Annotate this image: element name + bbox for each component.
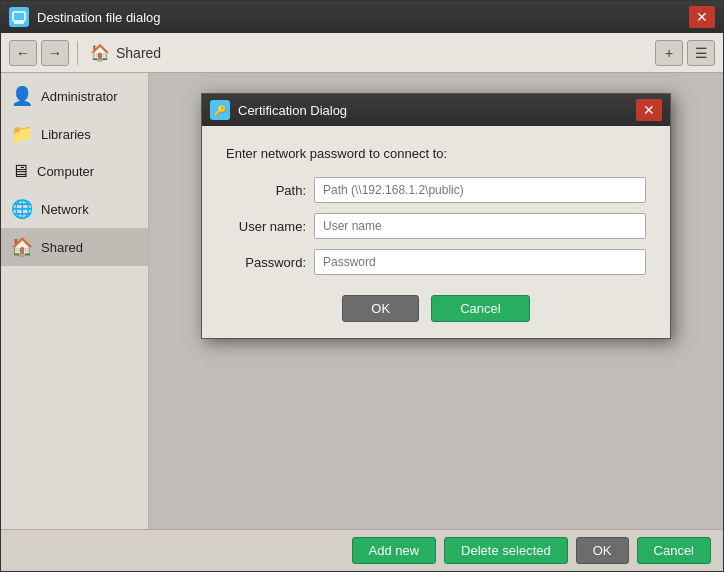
cert-close-button[interactable]: ✕ bbox=[636, 99, 662, 121]
ok-button[interactable]: OK bbox=[576, 537, 629, 564]
libraries-icon: 📁 bbox=[11, 123, 33, 145]
window-icon bbox=[9, 7, 29, 27]
delete-selected-button[interactable]: Delete selected bbox=[444, 537, 568, 564]
add-new-button[interactable]: Add new bbox=[352, 537, 437, 564]
toolbar: ← → 🏠 Shared + ☰ bbox=[1, 33, 723, 73]
cert-buttons: OK Cancel bbox=[226, 295, 646, 322]
window-close-button[interactable]: ✕ bbox=[689, 6, 715, 28]
username-input[interactable] bbox=[314, 213, 646, 239]
cert-dialog-icon: 🔑 bbox=[210, 100, 230, 120]
sidebar-item-label-administrator: Administrator bbox=[41, 89, 118, 104]
sidebar-item-label-computer: Computer bbox=[37, 164, 94, 179]
password-field-label: Password: bbox=[226, 255, 306, 270]
computer-icon: 🖥 bbox=[11, 161, 29, 182]
path-field-label: Path: bbox=[226, 183, 306, 198]
title-bar: Destination file dialog ✕ bbox=[1, 1, 723, 33]
path-area: 🏠 Shared bbox=[90, 43, 161, 62]
certification-dialog: 🔑 Certification Dialog ✕ Enter network p… bbox=[201, 93, 671, 339]
path-label: Shared bbox=[116, 45, 161, 61]
username-row: User name: bbox=[226, 213, 646, 239]
network-icon: 🌐 bbox=[11, 198, 33, 220]
sidebar-item-network[interactable]: 🌐 Network bbox=[1, 190, 148, 228]
cert-ok-button[interactable]: OK bbox=[342, 295, 419, 322]
administrator-icon: 👤 bbox=[11, 85, 33, 107]
password-input[interactable] bbox=[314, 249, 646, 275]
cancel-button[interactable]: Cancel bbox=[637, 537, 711, 564]
file-area: 🔑 Certification Dialog ✕ Enter network p… bbox=[149, 73, 723, 529]
bottom-bar: Add new Delete selected OK Cancel bbox=[1, 529, 723, 571]
cert-title-bar: 🔑 Certification Dialog ✕ bbox=[202, 94, 670, 126]
sidebar-item-shared[interactable]: 🏠 Shared bbox=[1, 228, 148, 266]
main-window: Destination file dialog ✕ ← → 🏠 Shared +… bbox=[0, 0, 724, 572]
path-icon: 🏠 bbox=[90, 43, 110, 62]
modal-backdrop: 🔑 Certification Dialog ✕ Enter network p… bbox=[149, 73, 723, 529]
window-title: Destination file dialog bbox=[37, 10, 689, 25]
back-button[interactable]: ← bbox=[9, 40, 37, 66]
username-field-label: User name: bbox=[226, 219, 306, 234]
view-button[interactable]: ☰ bbox=[687, 40, 715, 66]
cert-dialog-title: Certification Dialog bbox=[238, 103, 636, 118]
cert-body: Enter network password to connect to: Pa… bbox=[202, 126, 670, 338]
sidebar-item-libraries[interactable]: 📁 Libraries bbox=[1, 115, 148, 153]
cert-form: Path: User name: Password: bbox=[226, 177, 646, 275]
toolbar-actions: + ☰ bbox=[655, 40, 715, 66]
shared-icon: 🏠 bbox=[11, 236, 33, 258]
password-row: Password: bbox=[226, 249, 646, 275]
cert-cancel-button[interactable]: Cancel bbox=[431, 295, 529, 322]
sidebar-item-administrator[interactable]: 👤 Administrator bbox=[1, 77, 148, 115]
svg-rect-0 bbox=[13, 12, 25, 21]
add-button[interactable]: + bbox=[655, 40, 683, 66]
sidebar-item-computer[interactable]: 🖥 Computer bbox=[1, 153, 148, 190]
path-row: Path: bbox=[226, 177, 646, 203]
cert-prompt: Enter network password to connect to: bbox=[226, 146, 646, 161]
toolbar-divider bbox=[77, 41, 78, 65]
sidebar: 👤 Administrator 📁 Libraries 🖥 Computer 🌐… bbox=[1, 73, 149, 529]
sidebar-item-label-libraries: Libraries bbox=[41, 127, 91, 142]
forward-button[interactable]: → bbox=[41, 40, 69, 66]
path-input[interactable] bbox=[314, 177, 646, 203]
sidebar-item-label-network: Network bbox=[41, 202, 89, 217]
main-content: 👤 Administrator 📁 Libraries 🖥 Computer 🌐… bbox=[1, 73, 723, 529]
sidebar-item-label-shared: Shared bbox=[41, 240, 83, 255]
